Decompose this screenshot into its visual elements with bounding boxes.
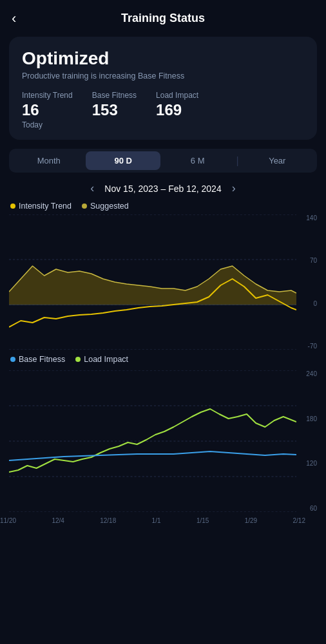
legend-base-fitness: Base Fitness bbox=[10, 355, 65, 364]
metric-intensity-name: Intensity Trend bbox=[22, 91, 73, 100]
xaxis-label-0: 11/20 bbox=[0, 517, 16, 524]
status-description: Productive training is increasing Base F… bbox=[22, 71, 304, 80]
tab-month[interactable]: Month bbox=[12, 151, 86, 170]
status-label: Optimized bbox=[22, 48, 304, 69]
legend-load-impact: Load Impact bbox=[75, 355, 128, 364]
base-fitness-label: Base Fitness bbox=[19, 355, 65, 364]
xaxis-label-6: 2/12 bbox=[293, 517, 305, 524]
chart1-section: Intensity Trend Suggested 140 70 0 -70 bbox=[9, 202, 317, 350]
chart1-y3: 0 bbox=[298, 300, 317, 307]
xaxis-label-1: 12/4 bbox=[52, 517, 64, 524]
chart1-y1: 140 bbox=[298, 214, 317, 222]
chart2-legend: Base Fitness Load Impact bbox=[9, 355, 317, 364]
chart1-wrapper: 140 70 0 -70 bbox=[9, 214, 317, 350]
metric-load-name: Load Impact bbox=[156, 91, 198, 100]
xaxis-label-5: 1/29 bbox=[245, 517, 257, 524]
page-title: Training Status bbox=[121, 12, 205, 25]
legend-intensity: Intensity Trend bbox=[10, 202, 72, 211]
chart2-y3: 120 bbox=[298, 460, 317, 467]
tab-90d[interactable]: 90 D bbox=[86, 151, 160, 170]
back-button[interactable]: ‹ bbox=[12, 10, 16, 27]
chart2-y2: 180 bbox=[298, 415, 317, 422]
metric-intensity: Intensity Trend 16 Today bbox=[22, 91, 73, 129]
legend-suggested: Suggested bbox=[82, 202, 129, 211]
chart1-yaxis: 140 70 0 -70 bbox=[298, 214, 317, 350]
metric-load-value: 169 bbox=[156, 101, 198, 119]
suggested-label: Suggested bbox=[90, 202, 129, 211]
base-fitness-dot bbox=[10, 357, 15, 362]
chart1-y2: 70 bbox=[298, 257, 317, 264]
header: ‹ Training Status bbox=[0, 0, 326, 32]
chart2-y4: 60 bbox=[298, 505, 317, 512]
metric-fitness-value: 153 bbox=[92, 101, 137, 119]
metric-fitness-name: Base Fitness bbox=[92, 91, 137, 100]
xaxis-label-2: 12/18 bbox=[100, 517, 116, 524]
chart2-yaxis: 240 180 120 60 bbox=[298, 370, 317, 512]
tab-6m[interactable]: 6 M bbox=[160, 151, 235, 170]
date-range-row: ‹ Nov 15, 2023 – Feb 12, 2024 › bbox=[0, 178, 326, 202]
metric-intensity-value: 16 bbox=[22, 101, 73, 119]
chart1-svg bbox=[9, 214, 296, 350]
xaxis-label-3: 1/1 bbox=[152, 517, 161, 524]
date-next-button[interactable]: › bbox=[232, 182, 236, 195]
xaxis-label-4: 1/15 bbox=[197, 517, 209, 524]
date-prev-button[interactable]: ‹ bbox=[90, 182, 94, 195]
status-card: Optimized Productive training is increas… bbox=[9, 37, 317, 140]
load-impact-dot bbox=[75, 357, 81, 362]
metrics-row: Intensity Trend 16 Today Base Fitness 15… bbox=[22, 91, 304, 129]
tab-divider: | bbox=[235, 155, 240, 167]
xaxis-labels: 11/20 12/4 12/18 1/1 1/15 1/29 2/12 bbox=[0, 515, 326, 524]
chart2-wrapper: 240 180 120 60 bbox=[9, 370, 317, 512]
chart1-legend: Intensity Trend Suggested bbox=[9, 202, 317, 211]
load-impact-label: Load Impact bbox=[84, 355, 128, 364]
chart2-y1: 240 bbox=[298, 370, 317, 377]
chart2-section: Base Fitness Load Impact 240 180 120 60 bbox=[9, 355, 317, 512]
tab-year[interactable]: Year bbox=[240, 151, 314, 170]
tabs-container: Month 90 D 6 M | Year bbox=[9, 149, 317, 173]
chart1-y4: -70 bbox=[298, 343, 317, 350]
intensity-label: Intensity Trend bbox=[19, 202, 72, 211]
date-range-text: Nov 15, 2023 – Feb 12, 2024 bbox=[104, 184, 221, 194]
metric-base-fitness: Base Fitness 153 bbox=[92, 91, 137, 129]
metric-intensity-sub: Today bbox=[22, 120, 73, 129]
metric-load-impact: Load Impact 169 bbox=[156, 91, 198, 129]
chart2-svg bbox=[9, 370, 296, 512]
intensity-dot bbox=[10, 204, 15, 209]
suggested-dot bbox=[82, 204, 87, 209]
